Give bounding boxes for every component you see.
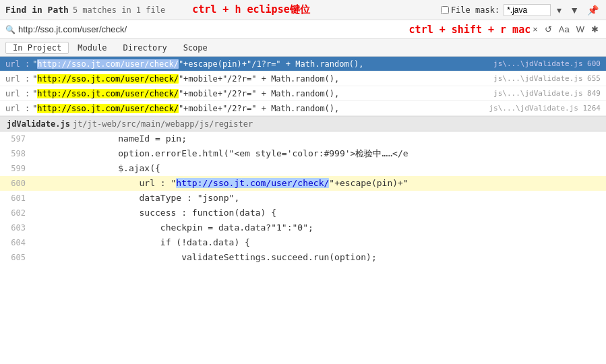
code-line-602: 602 success : function(data) { [0,206,606,220]
search-magnifier-icon: 🔍 [5,25,16,34]
result-highlight: http://sso.jt.com/user/check/ [37,59,179,69]
code-line-603: 603 checkpin = data.data?"1":"0"; [0,220,606,235]
code-line-600: 600 url : "http://sso.jt.com/user/check/… [0,176,606,191]
code-line-597: 597 nameId = pin; [0,131,606,146]
code-area[interactable]: 597 nameId = pin; 598 option.errorEle.ht… [0,131,606,350]
results-area: url : "http://sso.jt.com/user/check/"+es… [0,57,606,117]
line-content: checkpin = data.data?"1":"0"; [34,220,606,235]
file-mask-label: File mask: [451,5,499,15]
line-content: nameId = pin; [34,131,606,146]
whole-word-button[interactable]: W [574,24,586,35]
line-number: 597 [0,131,34,146]
toolbar: Find in Path 5 matches in 1 file ctrl + … [0,0,606,20]
result-file: js\...\jdValidate.js 1264 [489,104,601,113]
code-filepath: jt/jt-web/src/main/webapp/js/register [73,119,253,129]
result-label: url : [5,59,30,69]
settings-button[interactable]: ✱ [589,24,601,35]
search-right: × ↺ Aa W ✱ [531,24,601,35]
file-mask-dropdown[interactable]: ▾ [555,4,564,16]
line-number: 600 [0,176,34,191]
clear-search-button[interactable]: × [531,24,540,35]
tab-module[interactable]: Module [70,42,114,54]
line-content: url : "http://sso.jt.com/user/check/"+es… [34,176,606,191]
search-input[interactable] [18,24,389,34]
result-suffix: "+escape(pin)+"/1?r=" + Math.random(), [179,59,364,69]
result-row[interactable]: url : "http://sso.jt.com/user/check/"+mo… [0,101,606,116]
file-mask-checkbox-wrapper: File mask: [441,5,499,15]
result-file: js\...\jdValidate.js 600 [493,59,601,68]
result-label: url : [5,89,30,98]
line-number: 601 [0,191,34,206]
code-line-598: 598 option.errorEle.html("<em style='col… [0,146,606,161]
result-highlight: http://sso.jt.com/user/check/ [37,89,179,98]
result-suffix: "+mobile+"/2?r=" + Math.random(), [179,74,339,84]
result-suffix: "+mobile+"/2?r=" + Math.random(), [179,89,339,98]
result-file: js\...\jdValidate.js 655 [493,74,601,83]
result-prefix: " [32,89,37,98]
tabs-row: In Project Module Directory Scope [0,39,606,57]
result-row[interactable]: url : "http://sso.jt.com/user/check/"+mo… [0,86,606,101]
result-suffix: "+mobile+"/2?r=" + Math.random(), [179,104,339,113]
toolbar-matches: 5 matches in 1 file [73,5,165,15]
file-mask-input[interactable] [504,4,551,16]
line-number: 602 [0,206,34,220]
line-number: 605 [0,250,34,265]
line-content: success : function(data) { [34,206,606,220]
search-row: 🔍 ctrl + shift + r mac × ↺ Aa W ✱ [0,20,606,39]
toolbar-annotation: ctrl + h eclipse键位 [192,3,310,16]
match-case-button[interactable]: Aa [557,24,572,35]
search-annotation: ctrl + shift + r mac [409,24,531,36]
result-prefix: " [32,59,37,69]
pin-button[interactable]: 📌 [585,4,601,16]
result-label: url : [5,74,30,84]
code-line-601: 601 dataType : "jsonp", [0,191,606,206]
result-file: js\...\jdValidate.js 849 [493,89,601,98]
result-highlight: http://sso.jt.com/user/check/ [37,74,179,84]
line-content: $.ajax({ [34,161,606,176]
line-content: option.errorEle.html("<em style='color:#… [34,146,606,161]
line-content: validateSettings.succeed.run(option); [34,250,606,265]
result-row[interactable]: url : "http://sso.jt.com/user/check/"+mo… [0,71,606,86]
code-line-604: 604 if (!data.data) { [0,235,606,250]
filter-button[interactable]: ▼ [568,4,581,16]
toolbar-title: Find in Path [5,5,69,15]
line-number: 599 [0,161,34,176]
tab-in-project[interactable]: In Project [5,42,69,54]
url-highlight: http://sso.jt.com/user/check/ [176,178,329,188]
line-content: dataType : "jsonp", [34,191,606,206]
refresh-search-button[interactable]: ↺ [543,24,554,35]
tab-scope[interactable]: Scope [176,42,215,54]
result-prefix: " [32,74,37,84]
tab-directory[interactable]: Directory [116,42,175,54]
toolbar-right: File mask: ▾ ▼ 📌 [441,4,601,16]
code-line-599: 599 $.ajax({ [0,161,606,176]
line-content: if (!data.data) { [34,235,606,250]
result-prefix: " [32,104,37,113]
file-mask-checkbox[interactable] [441,6,449,14]
line-number: 603 [0,220,34,235]
result-row[interactable]: url : "http://sso.jt.com/user/check/"+es… [0,57,606,71]
result-highlight: http://sso.jt.com/user/check/ [37,104,179,113]
code-line-605: 605 validateSettings.succeed.run(option)… [0,250,606,265]
code-filename: jdValidate.js [7,119,70,129]
line-number: 598 [0,146,34,161]
code-header: jdValidate.js jt/jt-web/src/main/webapp/… [0,117,606,131]
line-number: 604 [0,235,34,250]
result-label: url : [5,104,30,113]
